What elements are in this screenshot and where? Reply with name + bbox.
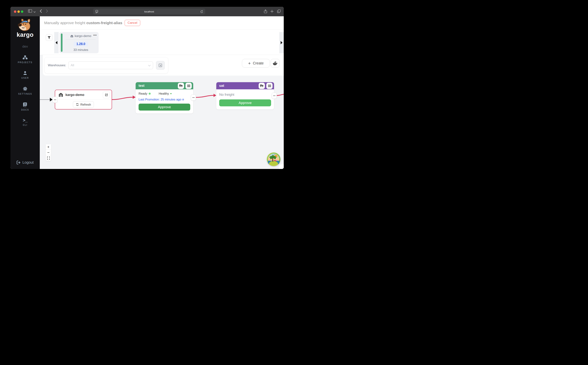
stage-menu-button[interactable] — [186, 83, 192, 89]
images-toggle-button[interactable] — [156, 61, 165, 70]
filter-button[interactable] — [46, 34, 52, 41]
brand-name: kargo — [17, 31, 34, 38]
zoom-window-button[interactable] — [21, 10, 23, 13]
refresh-button[interactable]: Refresh — [73, 101, 94, 108]
sidebar-item-label: DOCS — [21, 109, 29, 111]
approve-button-test[interactable]: Approve — [138, 104, 190, 111]
filter-icon — [47, 36, 51, 39]
freight-warehouse-name: kargo-demo — [75, 34, 91, 38]
ready-status-dot — [149, 93, 151, 95]
fit-view-button[interactable] — [46, 155, 51, 161]
minimize-window-button[interactable] — [17, 10, 20, 13]
island-badge[interactable] — [267, 153, 280, 166]
gear-icon — [23, 87, 27, 91]
freight-timeline: kargo-demo ••• 1.28.0 33 minutes — [40, 29, 284, 55]
last-promotion-text: Last Promotion: 25 minutes ago — [138, 98, 181, 101]
truck-icon — [179, 84, 183, 87]
freight-age: 33 minutes — [73, 48, 88, 52]
right-arrow-icon — [281, 41, 283, 44]
logout-label: Logout — [22, 160, 34, 165]
warehouse-node-title: kargo-demo — [65, 93, 103, 97]
hamburger-menu-icon — [187, 84, 190, 87]
book-icon — [23, 103, 27, 107]
share-icon[interactable] — [264, 9, 267, 14]
chevron-down-icon[interactable] — [34, 10, 36, 14]
chevron-down-icon — [148, 64, 151, 67]
ready-label: Ready — [138, 92, 147, 95]
fullscreen-icon — [47, 157, 50, 159]
kargo-logo[interactable]: kargo — [16, 18, 34, 38]
docker-button[interactable] — [271, 59, 280, 68]
logout-button[interactable]: Logout — [10, 160, 40, 165]
sidebar-item-label: CLI — [23, 124, 28, 126]
close-window-button[interactable] — [14, 10, 16, 13]
truck-icon — [260, 84, 264, 87]
left-arrow-icon — [56, 41, 57, 44]
minus-icon — [54, 100, 56, 100]
sidebar-item-docs[interactable]: DOCS — [21, 103, 29, 111]
reader-view-icon[interactable] — [95, 10, 98, 14]
pipeline-canvas[interactable]: Warehouses: All + Create — [40, 55, 284, 169]
warehouse-icon — [58, 93, 63, 97]
stage-title: test — [138, 84, 176, 88]
freight-version-tag[interactable]: 1.28.0 — [74, 42, 88, 47]
freight-truck-button[interactable] — [178, 83, 184, 89]
freight-truck-button[interactable] — [259, 83, 265, 89]
plus-icon: + — [248, 62, 251, 65]
tab-overview-icon[interactable] — [277, 9, 281, 14]
freight-menu-button[interactable]: ••• — [93, 34, 97, 37]
sidebar-item-projects[interactable]: PROJECTS — [18, 56, 32, 64]
sidebar-nav: PROJECTS USER SETTINGS DOCS >_ CLI — [18, 56, 32, 126]
stage-node-uat[interactable]: uat No freight Approve — [216, 82, 274, 109]
sidebar-item-settings[interactable]: SETTINGS — [18, 87, 32, 95]
uat-output-handle[interactable] — [272, 93, 277, 99]
tropical-island-icon — [267, 153, 280, 166]
page-title: Manually approve freight custom-freight-… — [44, 21, 122, 25]
divider — [66, 40, 96, 40]
external-link-icon — [105, 93, 108, 97]
timeline-scroll-left[interactable] — [54, 32, 59, 53]
minus-icon — [192, 97, 195, 98]
freight-card[interactable]: kargo-demo ••• 1.28.0 33 minutes — [59, 32, 99, 53]
create-label: Create — [253, 61, 264, 65]
sidebar-item-label: PROJECTS — [18, 61, 32, 64]
warehouses-filter-card: Warehouses: All — [44, 57, 168, 73]
stage-title: uat — [219, 84, 257, 88]
logout-icon — [16, 161, 21, 165]
freight-stage-bar — [61, 34, 63, 52]
warehouse-node[interactable]: kargo-demo Refresh — [55, 90, 112, 109]
canvas-zoom-controls: + − — [46, 144, 51, 161]
last-promotion-link[interactable]: Last Promotion: 25 minutes ago — [138, 98, 190, 101]
timeline-scroll-right[interactable] — [279, 32, 284, 53]
zoom-in-button[interactable]: + — [46, 144, 51, 150]
sidebar-item-user[interactable]: USER — [21, 71, 29, 79]
refresh-label: Refresh — [80, 103, 91, 106]
warehouse-icon — [70, 35, 73, 37]
images-icon — [159, 63, 162, 67]
address-bar[interactable]: localhost — [93, 9, 205, 14]
health-heart-icon: ♥ — [170, 92, 172, 95]
warehouses-select[interactable]: All — [68, 62, 153, 69]
sidebar-item-cli[interactable]: >_ CLI — [23, 119, 27, 126]
stage-menu-button[interactable] — [266, 83, 273, 89]
open-warehouse-button[interactable] — [103, 91, 110, 98]
cancel-button[interactable]: Cancel — [125, 20, 140, 26]
stage-node-test[interactable]: test Ready Healthy — [136, 82, 193, 113]
zoom-out-button[interactable]: − — [46, 150, 51, 155]
projects-icon — [23, 56, 28, 59]
new-tab-icon[interactable] — [270, 10, 274, 14]
test-output-handle[interactable] — [191, 94, 196, 101]
sidebar-toggle-icon[interactable] — [28, 9, 32, 13]
back-button[interactable] — [40, 9, 42, 14]
canvas-corner-panel — [279, 164, 284, 169]
warehouses-select-value: All — [71, 63, 74, 67]
docker-whale-icon — [273, 61, 277, 65]
approve-button-uat[interactable]: Approve — [219, 99, 271, 106]
warehouse-input-handle[interactable] — [52, 97, 58, 103]
refresh-icon — [76, 103, 79, 106]
minus-icon — [273, 96, 276, 96]
healthy-label: Healthy — [159, 92, 169, 95]
reload-icon[interactable] — [200, 10, 203, 14]
create-button[interactable]: + Create — [242, 59, 270, 68]
forward-button[interactable] — [46, 9, 48, 14]
